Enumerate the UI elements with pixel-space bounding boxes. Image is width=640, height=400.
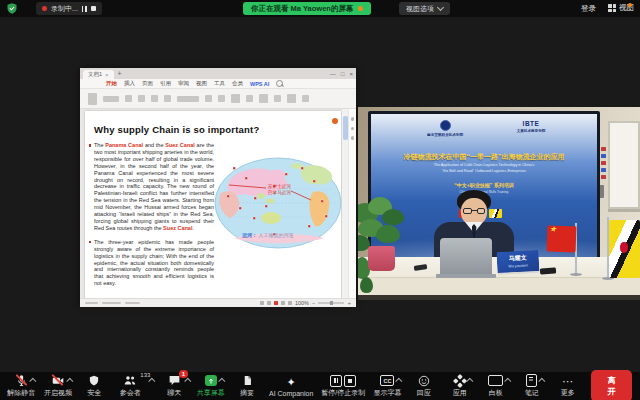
wall-note	[601, 147, 606, 151]
new-tab-button[interactable]: +	[118, 70, 122, 77]
floor-strip	[358, 295, 640, 300]
menu-home[interactable]: 开始	[106, 80, 117, 87]
view-mode-icon[interactable]	[288, 301, 292, 305]
wps-window-controls: — □ ×	[330, 71, 353, 77]
wps-tool-icon[interactable]	[274, 95, 281, 102]
summary-button[interactable]: 摘要	[234, 374, 260, 398]
wps-tool-icon[interactable]	[164, 95, 171, 102]
menu-view[interactable]: 视图	[196, 80, 207, 87]
map-label-suez: 苏伊士运河	[268, 184, 291, 189]
apps-button[interactable]: 应用	[447, 374, 473, 398]
ai-companion-button[interactable]: ✦ AI Companion	[270, 376, 312, 397]
view-mode-icon[interactable]	[260, 301, 264, 305]
wps-tool-icon[interactable]	[138, 95, 145, 102]
document-heading: Why supply Chain is so important?	[94, 124, 259, 135]
paragraph-1: The Panama Canal and the Suez Canal are …	[94, 142, 214, 232]
stop-recording-icon[interactable]	[91, 6, 96, 11]
wps-tool-icon[interactable]	[246, 95, 253, 102]
security-shield-icon	[6, 2, 18, 15]
wps-title-bar: 文档1 × + — □ ×	[80, 68, 356, 79]
wps-side-panel[interactable]	[348, 109, 356, 298]
suez-canal-highlight: Suez Canal	[165, 142, 195, 148]
whiteboard-tray	[608, 209, 640, 212]
font-tool-icon[interactable]	[103, 96, 119, 102]
brunei-flag	[609, 220, 640, 278]
wps-tool-icon[interactable]	[287, 94, 296, 103]
minimize-button[interactable]: —	[330, 71, 336, 77]
security-button[interactable]: 安全	[81, 374, 107, 398]
chevron-up-icon[interactable]	[505, 378, 512, 385]
unmute-button[interactable]: 解除静音	[8, 374, 35, 398]
chevron-up-icon[interactable]	[184, 378, 191, 385]
status-info-bar	[85, 302, 98, 305]
menu-review[interactable]: 审阅	[178, 80, 189, 87]
menu-wps-ai[interactable]: WPS AI	[250, 81, 269, 87]
notification-dot-icon	[628, 3, 632, 7]
record-controls[interactable]: 暂停/停止录制	[322, 374, 364, 398]
grid-view-icon	[608, 4, 616, 12]
wps-tool-icon[interactable]	[151, 95, 158, 102]
scrollbar-thumb[interactable]	[343, 116, 348, 140]
zoom-in-button[interactable]: +	[347, 301, 351, 305]
more-button[interactable]: ⋯ 更多	[555, 374, 581, 398]
leave-meeting-button[interactable]: 离开	[591, 370, 632, 400]
wps-tool-icon[interactable]	[218, 95, 225, 102]
view-options-button[interactable]: 视图选项	[399, 2, 450, 15]
participant-video-tile[interactable]: 南京交通职业技术学院 IBTE 文莱技术教育学院 冷链物流技术在中国“一带一路”…	[358, 107, 640, 300]
tab-close-icon[interactable]: ×	[105, 72, 109, 78]
captions-button[interactable]: CC 显示字幕	[374, 374, 401, 398]
wps-tool-icon[interactable]	[259, 94, 268, 103]
sign-in-button[interactable]: 登录	[581, 4, 596, 14]
reactions-button[interactable]: 回应	[411, 374, 437, 398]
wps-tool-icon[interactable]	[302, 95, 309, 102]
paste-tool-icon[interactable]	[88, 93, 97, 105]
chevron-up-icon[interactable]	[396, 378, 403, 385]
slide-title-cn: 冷链物流技术在中国“一带一路”出海物流企业的应用	[371, 152, 597, 162]
participants-count: 133	[140, 372, 150, 378]
chat-button[interactable]: 1 聊天	[161, 374, 187, 398]
wps-document-tab[interactable]: 文档1 ×	[83, 70, 114, 79]
wps-tool-icon[interactable]	[231, 94, 240, 103]
maximize-button[interactable]: □	[341, 71, 345, 77]
chevron-up-icon[interactable]	[149, 378, 156, 385]
wall-note	[601, 175, 606, 179]
world-map-image: 苏伊士运河 巴拿马运河 运河： 人工修筑的河道	[214, 156, 346, 253]
wps-tool-icon[interactable]	[125, 95, 132, 102]
status-info-bar	[102, 302, 121, 305]
pause-recording-icon[interactable]	[82, 6, 87, 12]
style-gallery-icon[interactable]	[177, 96, 199, 102]
comment-marker-icon[interactable]	[332, 118, 338, 124]
menu-page[interactable]: 页面	[142, 80, 153, 87]
menu-reference[interactable]: 引用	[160, 80, 171, 87]
pause-recording-button[interactable]	[330, 375, 342, 387]
map-label-panama: 巴拿马运河	[268, 190, 291, 195]
menu-insert[interactable]: 插入	[124, 80, 135, 87]
notes-button[interactable]: 笔记	[519, 374, 545, 398]
recording-dot-icon	[42, 6, 47, 11]
wps-tool-icon[interactable]	[205, 95, 212, 102]
wall-note	[601, 168, 606, 172]
stop-recording-button[interactable]	[344, 375, 356, 387]
whiteboard-button[interactable]: 白板	[483, 374, 509, 398]
chevron-up-icon[interactable]	[218, 378, 225, 385]
chevron-up-icon[interactable]	[539, 378, 546, 385]
zoom-slider[interactable]	[318, 302, 344, 304]
meeting-control-bar: 解除静音 开启视频 安全	[0, 372, 640, 400]
menu-tools[interactable]: 工具	[214, 80, 225, 87]
view-button[interactable]: 视图	[608, 3, 634, 13]
close-button[interactable]: ×	[349, 71, 353, 77]
chevron-up-icon[interactable]	[466, 378, 473, 385]
slide-subtitle-cn: “中文+职业技能” 系列培训	[371, 182, 597, 188]
laptop	[440, 238, 492, 276]
share-screen-button[interactable]: 共享屏幕	[197, 374, 224, 398]
chevron-up-icon[interactable]	[66, 378, 73, 385]
active-view-mode-icon[interactable]	[274, 301, 278, 305]
zoom-out-button[interactable]: −	[312, 301, 316, 305]
search-icon[interactable]	[276, 80, 283, 87]
view-mode-icon[interactable]	[267, 301, 271, 305]
start-video-button[interactable]: 开启视频	[45, 374, 72, 398]
menu-member[interactable]: 会员	[232, 80, 243, 87]
participants-button[interactable]: 133 参会者	[117, 374, 143, 398]
chevron-up-icon[interactable]	[29, 378, 36, 385]
view-mode-icon[interactable]	[281, 301, 285, 305]
